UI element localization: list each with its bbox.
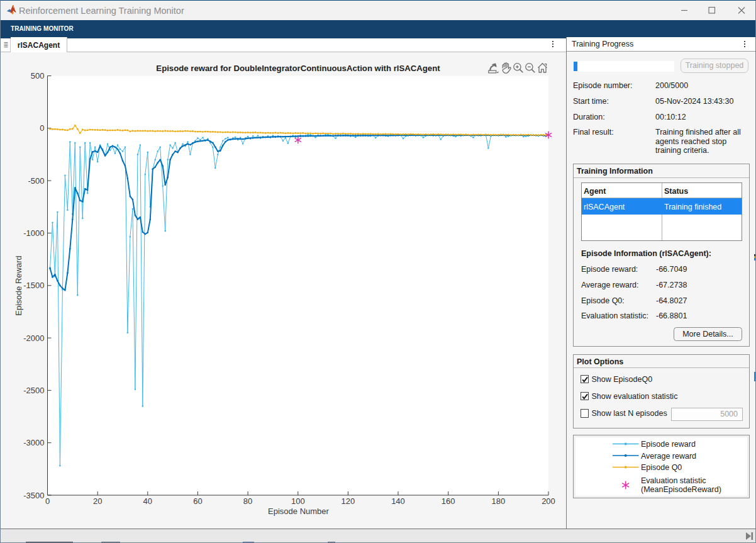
svg-text:-500: -500 xyxy=(28,176,44,186)
svg-text:180: 180 xyxy=(492,496,506,506)
svg-text:-2000: -2000 xyxy=(23,333,44,343)
svg-text:500: 500 xyxy=(31,71,45,81)
svg-text:100: 100 xyxy=(291,496,305,506)
svg-text:-3000: -3000 xyxy=(23,438,44,447)
svg-text:-1500: -1500 xyxy=(23,281,44,290)
svg-text:80: 80 xyxy=(243,496,252,506)
svg-text:40: 40 xyxy=(143,496,152,506)
svg-text:160: 160 xyxy=(442,496,455,506)
svg-text:140: 140 xyxy=(391,496,405,506)
svg-text:Episode Number: Episode Number xyxy=(268,507,329,516)
svg-text:Episode reward for DoubleInteg: Episode reward for DoubleIntegratorConti… xyxy=(156,64,440,73)
svg-text:Episode Reward: Episode Reward xyxy=(14,255,23,315)
svg-text:0: 0 xyxy=(45,496,50,506)
svg-text:20: 20 xyxy=(93,496,102,506)
svg-text:0: 0 xyxy=(40,123,44,133)
svg-text:120: 120 xyxy=(342,496,355,506)
svg-text:60: 60 xyxy=(193,496,202,506)
svg-text:-1000: -1000 xyxy=(23,228,44,238)
svg-text:-2500: -2500 xyxy=(23,386,44,395)
svg-text:-3500: -3500 xyxy=(23,491,44,500)
svg-text:200: 200 xyxy=(542,496,555,506)
